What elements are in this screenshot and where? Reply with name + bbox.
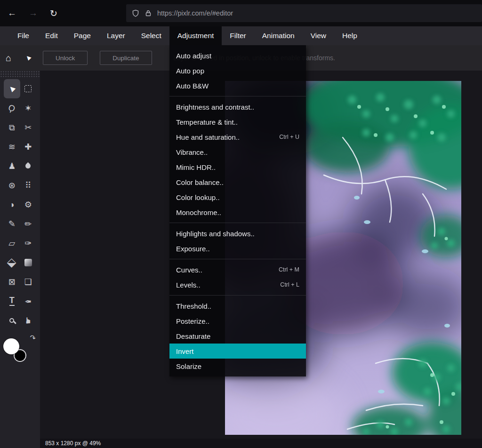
back-icon[interactable]: ← — [8, 8, 16, 18]
zoom-tool[interactable] — [4, 311, 20, 330]
menu-item-temperature-tint[interactable]: Temperature & tint.. — [169, 114, 306, 129]
lasso-icon: Ϙ — [8, 103, 16, 113]
statusbar: 853 x 1280 px @ 49% — [40, 439, 482, 448]
menu-item-label: Vibrance.. — [176, 148, 299, 156]
wand-icon: ✶ — [24, 104, 32, 112]
pattern-tool[interactable]: ⊛ — [4, 176, 20, 195]
hand-icon: ☛ — [24, 316, 32, 324]
swap-colors-icon[interactable]: ↷ — [29, 333, 37, 343]
crop-icon: ⧉ — [9, 123, 15, 132]
marquee-tool[interactable] — [20, 79, 37, 98]
sharpen-icon: ⚙ — [24, 200, 32, 209]
liquify-tool[interactable]: ≋ — [4, 137, 20, 156]
frame-tool[interactable]: ⊠ — [4, 272, 20, 291]
menu-item-color-lookup[interactable]: Color lookup.. — [169, 190, 306, 205]
document-size-text: 853 x 1280 px @ 49% — [45, 440, 101, 447]
menu-item-label: Highlights and shadows.. — [176, 230, 299, 238]
menu-page[interactable]: Page — [66, 26, 99, 45]
arrange-tool[interactable]: ► — [4, 79, 20, 98]
menu-item-label: Exposure.. — [176, 245, 299, 253]
blur-tool[interactable] — [20, 156, 37, 176]
menu-item-shortcut: Ctrl + U — [279, 134, 299, 140]
menu-item-label: Monochrome.. — [176, 208, 299, 216]
menu-item-color-balance[interactable]: Color balance.. — [169, 175, 306, 190]
arrange-icon: ► — [6, 83, 18, 95]
menu-divider — [169, 223, 306, 223]
wand-tool[interactable]: ✶ — [20, 98, 37, 118]
forward-icon[interactable]: → — [29, 8, 38, 18]
menu-item-hue-and-saturation[interactable]: Hue and saturation..Ctrl + U — [169, 129, 306, 144]
crop-tool[interactable]: ⧉ — [4, 118, 20, 137]
sidebar-texture — [0, 71, 40, 78]
menu-item-posterize[interactable]: Posterize.. — [169, 313, 306, 328]
shape-tool[interactable]: ❏ — [20, 272, 37, 291]
color-picker-tool[interactable]: ✒ — [20, 291, 37, 311]
menu-item-monochrome[interactable]: Monochrome.. — [169, 205, 306, 220]
menu-item-shortcut: Ctrl + M — [279, 266, 299, 273]
clone-stamp-tool[interactable]: ♟ — [4, 156, 20, 176]
menu-item-label: Brightness and contrast.. — [176, 103, 299, 111]
url-bar[interactable]: https://pixlr.com/e/#editor — [126, 4, 482, 22]
menu-file[interactable]: File — [9, 26, 37, 45]
shape-icon: ❏ — [24, 278, 32, 286]
unlock-button[interactable]: Unlock — [43, 51, 88, 65]
cutout-icon: ✂ — [24, 123, 32, 132]
dodge-burn-icon: ◑ — [9, 200, 15, 209]
refresh-icon[interactable]: ↻ — [50, 8, 57, 19]
menu-edit[interactable]: Edit — [37, 26, 66, 45]
menu-item-solarize[interactable]: Solarize — [169, 359, 306, 374]
pattern-icon: ⊛ — [8, 181, 16, 190]
marquee-icon — [24, 85, 32, 92]
liquify-icon: ≋ — [8, 143, 16, 151]
cutout-tool[interactable]: ✂ — [20, 118, 37, 137]
url-text[interactable]: https://pixlr.com/e/#editor — [157, 9, 233, 17]
menu-item-label: Solarize — [176, 362, 299, 370]
text-tool[interactable]: T — [4, 291, 20, 311]
eraser-tool[interactable]: ▱ — [4, 233, 20, 253]
menu-view[interactable]: View — [303, 26, 334, 45]
sponge-tool[interactable]: ⠿ — [20, 176, 37, 195]
menu-layer[interactable]: Layer — [99, 26, 133, 45]
menu-item-auto-b-w[interactable]: Auto B&W — [169, 78, 306, 93]
home-icon[interactable]: ⌂ — [6, 53, 11, 64]
menu-select[interactable]: Select — [133, 26, 169, 45]
brush-tool[interactable]: ✑ — [20, 233, 37, 253]
pen-tool[interactable]: ✎ — [4, 214, 20, 233]
menu-item-brightness-and-contrast[interactable]: Brightness and contrast.. — [169, 99, 306, 114]
menu-item-label: Auto adjust — [176, 52, 299, 60]
foreground-color-swatch[interactable] — [3, 338, 19, 354]
menu-animation[interactable]: Animation — [254, 26, 303, 45]
menu-item-invert[interactable]: Invert — [169, 344, 306, 359]
color-picker-icon: ✒ — [24, 297, 32, 305]
brush-icon: ✑ — [24, 239, 32, 248]
menu-item-vibrance[interactable]: Vibrance.. — [169, 144, 306, 160]
menu-item-curves[interactable]: Curves..Ctrl + M — [169, 262, 306, 277]
dodge-burn-tool[interactable]: ◑ — [4, 195, 20, 214]
menu-adjustment[interactable]: Adjustment — [169, 26, 222, 45]
menu-item-threshold[interactable]: Threshold.. — [169, 298, 306, 313]
pencil-tool[interactable]: ✏ — [20, 214, 37, 233]
lasso-tool[interactable]: Ϙ — [4, 98, 20, 118]
menu-item-auto-adjust[interactable]: Auto adjust — [169, 48, 306, 63]
eraser-icon: ▱ — [8, 239, 15, 248]
menu-item-levels[interactable]: Levels..Ctrl + L — [169, 277, 306, 292]
menu-item-auto-pop[interactable]: Auto pop — [169, 63, 306, 78]
fill-tool[interactable]: ◪ — [4, 253, 20, 272]
menu-help[interactable]: Help — [334, 26, 365, 45]
hand-tool[interactable]: ☛ — [20, 311, 37, 330]
gradient-tool[interactable] — [20, 253, 37, 272]
menu-item-mimic-hdr[interactable]: Mimic HDR.. — [169, 160, 306, 175]
menu-item-label: Auto pop — [176, 67, 299, 75]
duplicate-button[interactable]: Duplicate — [100, 51, 152, 65]
menu-item-exposure[interactable]: Exposure.. — [169, 241, 306, 256]
heal-tool[interactable]: ✚ — [20, 137, 37, 156]
adjustment-dropdown: Auto adjustAuto popAuto B&WBrightness an… — [169, 45, 306, 376]
shield-icon[interactable] — [132, 9, 139, 17]
menu-item-desaturate[interactable]: Desaturate — [169, 328, 306, 344]
menu-filter[interactable]: Filter — [222, 26, 254, 45]
menu-item-shortcut: Ctrl + L — [280, 281, 299, 288]
menu-item-highlights-and-shadows[interactable]: Highlights and shadows.. — [169, 226, 306, 241]
menu-item-label: Invert — [176, 347, 299, 355]
lock-icon — [145, 9, 152, 17]
sharpen-tool[interactable]: ⚙ — [20, 195, 37, 214]
